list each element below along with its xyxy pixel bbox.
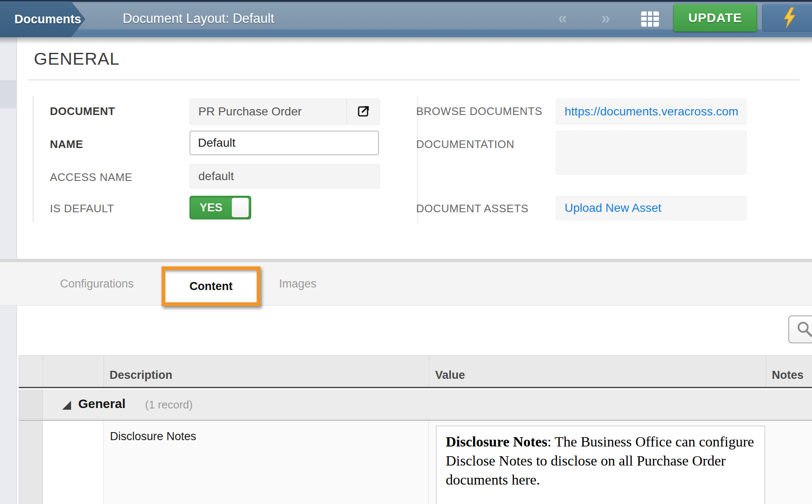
- upload-new-asset-link[interactable]: Upload New Asset: [565, 201, 661, 214]
- page: Documents Document Layout: Default « » U…: [0, 0, 812, 504]
- breadcrumb-label: Documents: [14, 12, 81, 26]
- document-label: DOCUMENT: [50, 105, 115, 118]
- open-document-button[interactable]: [346, 99, 379, 124]
- documentation-field: [556, 131, 747, 175]
- column-divider: [766, 356, 766, 387]
- row-selector-cell: [43, 421, 104, 504]
- breadcrumb-tab-documents[interactable]: Documents: [0, 1, 85, 37]
- access-name-label: ACCESS NAME: [50, 171, 132, 184]
- group-record-count: (1 record): [145, 398, 193, 411]
- document-value: PR Purchase Order: [190, 105, 346, 118]
- search-button[interactable]: [788, 315, 812, 343]
- field-group-rule-left: [33, 96, 34, 222]
- update-button[interactable]: UPDATE: [673, 4, 757, 32]
- column-header-value[interactable]: Value: [435, 369, 465, 382]
- document-field: PR Purchase Order: [189, 99, 380, 125]
- header-shadow: [0, 37, 812, 44]
- group-row-gutter: [19, 389, 43, 419]
- document-assets-label: DOCUMENT ASSETS: [416, 202, 529, 215]
- prev-record-button[interactable]: «: [550, 0, 575, 36]
- tab-content-label: Content: [189, 280, 233, 293]
- access-name-value: default: [190, 170, 234, 183]
- is-default-label: IS DEFAULT: [50, 202, 114, 215]
- tab-bar: Configurations Images: [0, 262, 812, 306]
- header-bar: Documents Document Layout: Default « » U…: [0, 0, 812, 37]
- description-cell: Disclosure Notes: [104, 421, 429, 504]
- group-name: General: [78, 397, 126, 411]
- column-divider: [43, 356, 43, 387]
- grid-view-button[interactable]: [639, 10, 661, 28]
- grid-icon: [641, 11, 659, 27]
- section-heading-general: GENERAL: [34, 49, 120, 69]
- collapse-group-icon[interactable]: [62, 401, 71, 410]
- access-name-field: default: [189, 164, 380, 189]
- column-header-notes[interactable]: Notes: [772, 369, 804, 382]
- quick-actions-button[interactable]: [762, 4, 812, 32]
- left-rail-indicator: [0, 80, 17, 108]
- section-divider: [28, 79, 799, 80]
- column-header-description[interactable]: Description: [110, 369, 173, 382]
- prev-record-icon: «: [558, 9, 567, 27]
- name-label: NAME: [50, 138, 83, 151]
- documentation-label: DOCUMENTATION: [416, 138, 514, 151]
- table-header: Description Value Notes: [19, 355, 812, 388]
- browse-documents-link[interactable]: https://documents.veracross.com: [565, 105, 738, 118]
- column-divider: [104, 356, 104, 387]
- browse-documents-field: https://documents.veracross.com: [556, 99, 747, 125]
- value-editor[interactable]: Disclosure Notes: The Business Office ca…: [436, 426, 765, 504]
- name-input[interactable]: [189, 131, 379, 155]
- column-divider: [429, 356, 429, 387]
- document-assets-field: Upload New Asset: [556, 196, 747, 220]
- lightning-icon: [782, 7, 797, 28]
- toggle-on-label: YES: [190, 196, 232, 219]
- section-gap-strip: [0, 259, 812, 262]
- tab-content-highlighted[interactable]: Content: [162, 266, 261, 306]
- next-record-button[interactable]: »: [593, 0, 618, 36]
- update-button-label: UPDATE: [688, 11, 742, 25]
- group-row-general[interactable]: General (1 record): [19, 389, 812, 419]
- row-gutter: [19, 421, 43, 504]
- next-record-icon: »: [601, 9, 610, 27]
- is-default-toggle[interactable]: YES: [189, 196, 251, 219]
- description-text: Disclosure Notes: [110, 430, 196, 443]
- toggle-knob: [232, 198, 249, 217]
- tab-images[interactable]: Images: [268, 262, 327, 305]
- browse-documents-label: BROWSE DOCUMENTS: [416, 105, 542, 118]
- tab-configurations[interactable]: Configurations: [50, 262, 144, 305]
- external-link-icon: [357, 105, 370, 118]
- search-icon: [796, 320, 812, 338]
- page-title: Document Layout: Default: [123, 0, 274, 37]
- value-text-bold: Disclosure Notes: [446, 434, 547, 449]
- table-row[interactable]: Disclosure Notes Disclosure Notes: The B…: [19, 420, 812, 504]
